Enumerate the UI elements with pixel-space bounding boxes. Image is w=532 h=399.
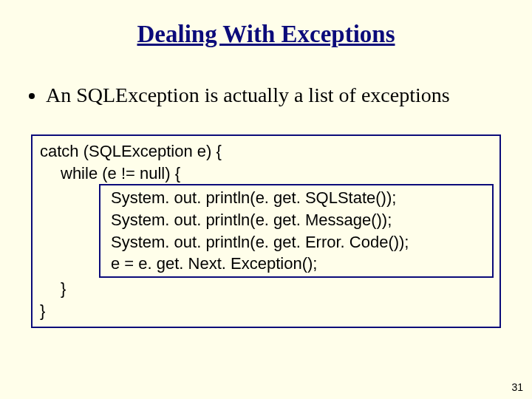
code-line: while (e != null) { bbox=[40, 163, 492, 185]
slide-title: Dealing With Exceptions bbox=[27, 21, 505, 48]
code-line: } bbox=[40, 300, 492, 322]
slide: Dealing With Exceptions An SQLException … bbox=[0, 0, 532, 399]
bullet-item: An SQLException is actually a list of ex… bbox=[46, 82, 505, 108]
page-number: 31 bbox=[511, 381, 523, 393]
code-box-outer: catch (SQLException e) { while (e != nul… bbox=[31, 134, 501, 328]
code-line: System. out. println(e. get. SQLState())… bbox=[111, 187, 486, 209]
code-line: e = e. get. Next. Exception(); bbox=[111, 253, 486, 275]
code-line: System. out. println(e. get. Error. Code… bbox=[111, 231, 486, 253]
bullet-list: An SQLException is actually a list of ex… bbox=[27, 82, 505, 108]
code-line: catch (SQLException e) { bbox=[40, 140, 492, 163]
code-box-inner: System. out. println(e. get. SQLState())… bbox=[99, 184, 494, 278]
code-line: } bbox=[40, 278, 492, 300]
code-line: System. out. println(e. get. Message()); bbox=[111, 209, 486, 231]
